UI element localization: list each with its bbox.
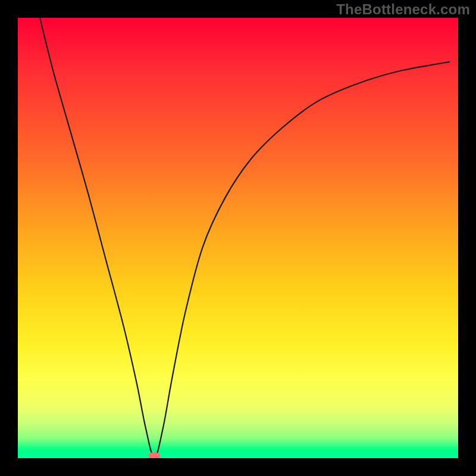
bottleneck-curve-svg xyxy=(18,18,458,458)
bottleneck-curve-path xyxy=(40,18,449,458)
chart-frame: TheBottleneck.com xyxy=(0,0,476,476)
watermark-text: TheBottleneck.com xyxy=(336,1,470,18)
curve-touch-marker xyxy=(148,452,160,458)
plot-area xyxy=(18,18,458,458)
